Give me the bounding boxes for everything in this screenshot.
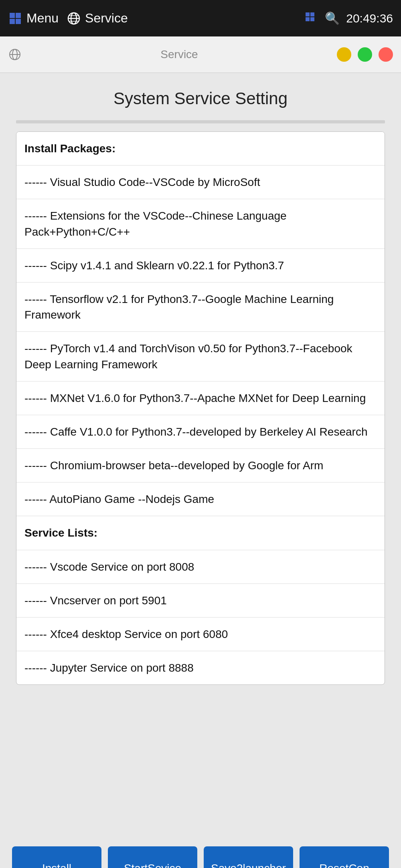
reset-con-button[interactable]: ResetCon — [300, 846, 389, 868]
list-item: ------ Vscode Service on port 8008 — [16, 550, 385, 584]
window-controls — [337, 47, 393, 62]
install-button[interactable]: Install — [12, 846, 101, 868]
menu-button[interactable]: Menu — [8, 11, 59, 26]
list-item: ------ AutoPiano Game --Nodejs Game — [16, 482, 385, 516]
list-item: ------ PyTorch v1.4 and TorchVison v0.50… — [16, 332, 385, 381]
title-bar-label: Service — [160, 48, 198, 61]
list-item: ------ Xfce4 desktop Service on port 608… — [16, 618, 385, 651]
globe-icon — [67, 11, 81, 26]
list-item: ------ Chromium-browser beta--developed … — [16, 449, 385, 482]
svg-rect-9 — [306, 12, 310, 16]
title-globe-icon — [8, 48, 22, 61]
package-list-container: Install Packages: ------ Visual Studio C… — [16, 131, 385, 685]
status-bar-right: 🔍 20:49:36 — [305, 11, 393, 25]
svg-rect-3 — [16, 19, 21, 24]
service-nav-label: Service — [85, 11, 128, 26]
status-bar: Menu Service 🔍 20:49:36 — [0, 0, 401, 36]
page-title: System Service Setting — [16, 73, 385, 120]
main-content: System Service Setting Install Packages:… — [0, 73, 401, 834]
install-packages-header: Install Packages: — [16, 132, 385, 166]
list-item: ------ Jupyter Service on port 8888 — [16, 651, 385, 684]
divider — [16, 120, 385, 123]
list-item: ------ Caffe V1.0.0 for Python3.7--devel… — [16, 415, 385, 449]
list-item: ------ MXNet V1.6.0 for Python3.7--Apach… — [16, 382, 385, 415]
svg-rect-1 — [16, 13, 21, 18]
svg-rect-0 — [10, 13, 15, 18]
list-item: ------ Scipy v1.4.1 and Sklearn v0.22.1 … — [16, 249, 385, 283]
svg-rect-12 — [310, 17, 314, 21]
status-bar-left: Menu Service — [8, 11, 128, 26]
cube-status-icon — [305, 12, 318, 25]
cube-icon — [8, 11, 22, 26]
list-item: ------ Vncserver on port 5901 — [16, 584, 385, 618]
svg-rect-10 — [310, 12, 314, 16]
service-lists-header: Service Lists: — [16, 516, 385, 550]
title-bar: Service — [0, 36, 401, 73]
menu-label: Menu — [26, 11, 59, 26]
service-nav-button[interactable]: Service — [67, 11, 128, 26]
list-item: ------ Extensions for the VSCode--Chines… — [16, 199, 385, 248]
start-service-button[interactable]: StartSevice — [108, 846, 197, 868]
list-item: ------ Tensorflow v2.1 for Python3.7--Go… — [16, 283, 385, 332]
list-item: ------ Visual Studio Code--VSCode by Mic… — [16, 166, 385, 199]
minimize-button[interactable] — [337, 47, 351, 62]
bottom-action-area: Install StartSevice Save2launcher ResetC… — [0, 834, 401, 868]
time-display: 20:49:36 — [346, 12, 393, 25]
svg-rect-2 — [10, 19, 15, 24]
maximize-button[interactable] — [358, 47, 372, 62]
title-bar-left — [8, 48, 22, 61]
save2launcher-button[interactable]: Save2launcher — [204, 846, 293, 868]
search-icon[interactable]: 🔍 — [325, 11, 340, 25]
svg-rect-11 — [306, 17, 310, 21]
close-button[interactable] — [379, 47, 393, 62]
